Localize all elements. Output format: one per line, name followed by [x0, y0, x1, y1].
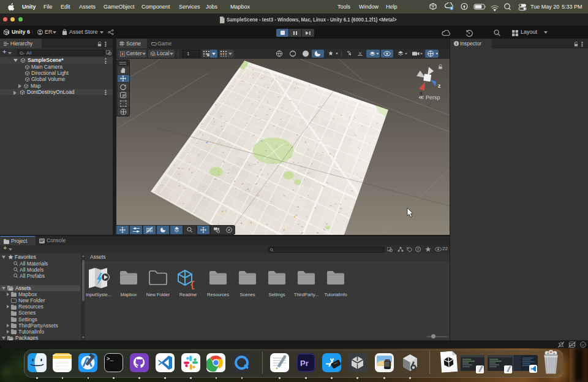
svg-text:Pr: Pr	[300, 359, 309, 368]
svg-text:{ }: { }	[190, 280, 200, 289]
svg-text:>_: >_	[107, 356, 113, 362]
svg-text:z: z	[438, 83, 441, 89]
